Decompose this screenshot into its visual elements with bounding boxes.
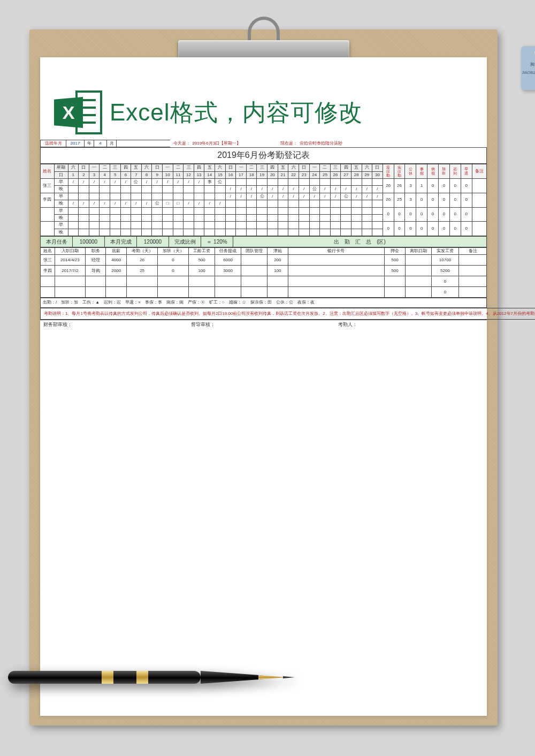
filter-year[interactable]: 2017 bbox=[66, 140, 85, 147]
attendance-grid: 姓名星期六日一二三四五六日一二三四五六日一二三四五六日一二三四五六日应出勤实出勤… bbox=[40, 164, 487, 236]
notes: 考勤说明：1、每月1号将考勤表以传真的方式发到公司，传真后必须确认是否收到。如每… bbox=[41, 308, 536, 319]
salary-table: 姓名入职日期职务底薪考勤（天）加班（天）工龄工资任务提成团队管理津贴银行卡号押金… bbox=[40, 247, 487, 298]
task-value: 100000 bbox=[73, 237, 105, 247]
salary-row: 0 bbox=[41, 287, 487, 298]
clip-fastener bbox=[178, 17, 349, 59]
pen-graphic bbox=[8, 661, 308, 693]
sheet-title: 2019年6月份考勤登记表 bbox=[41, 148, 487, 164]
paper-sheet: X Excel格式，内容可修改 选择年月 2017 年 4 月 今天是： 201… bbox=[40, 57, 487, 716]
col-name: 姓名 bbox=[41, 164, 55, 179]
employee-name: 李四 bbox=[41, 193, 55, 207]
svg-rect-2 bbox=[136, 671, 148, 684]
document-banner: X Excel格式，内容可修改 bbox=[40, 57, 487, 140]
attendance-sheet: 选择年月 2017 年 4 月 今天是： 2019年6月3日【星期一】 现在是：… bbox=[40, 140, 487, 330]
sign-recorder: 考勤人： bbox=[335, 320, 487, 329]
salary-row: 李四2017/7/2导购200025010030001005005200 bbox=[41, 266, 487, 276]
sign-supervisor: 督导审核： bbox=[188, 320, 335, 329]
filter-label: 选择年月 bbox=[41, 140, 66, 147]
salary-row: 张三2014/4/23经理4000260500600020050010700 bbox=[41, 255, 487, 266]
done-value: 120000 bbox=[137, 237, 169, 247]
today-value: 2019年6月3日【星期一】 bbox=[192, 140, 261, 147]
clipboard: X Excel格式，内容可修改 选择年月 2017 年 4 月 今天是： 201… bbox=[29, 29, 498, 725]
section-label: 出 勤 汇 总 (区) bbox=[233, 237, 487, 247]
ratio-value: ＝ 120% bbox=[201, 237, 233, 247]
employee-name bbox=[41, 222, 55, 236]
filter-row: 选择年月 2017 年 4 月 今天是： 2019年6月3日【星期一】 现在是：… bbox=[40, 140, 487, 147]
sign-finance: 财务部审核： bbox=[40, 320, 188, 329]
employee-name: 张三 bbox=[41, 178, 55, 193]
filter-month[interactable]: 4 bbox=[94, 140, 107, 147]
svg-rect-1 bbox=[102, 671, 113, 684]
legend: 出勤：/ 加班：加 工伤：▲ 迟到：迟 早退：× 事假：事 病假：病 产假：☉ … bbox=[41, 298, 487, 307]
signatures: 财务部审核： 督导审核： 考勤人： bbox=[40, 320, 487, 330]
employee-name bbox=[41, 207, 55, 222]
now-value: 壹拾壹时叁拾陆分柒秒 bbox=[299, 140, 487, 147]
summary-bar: 本月任务 100000 本月完成 120000 完成比例 ＝ 120% 出 勤 … bbox=[40, 236, 487, 247]
banner-text: Excel格式，内容可修改 bbox=[110, 97, 363, 128]
excel-icon: X bbox=[54, 90, 102, 134]
salary-row: 0 bbox=[41, 276, 487, 287]
hang-tag: 脚步网 JIAOBU365.COM bbox=[521, 33, 535, 97]
